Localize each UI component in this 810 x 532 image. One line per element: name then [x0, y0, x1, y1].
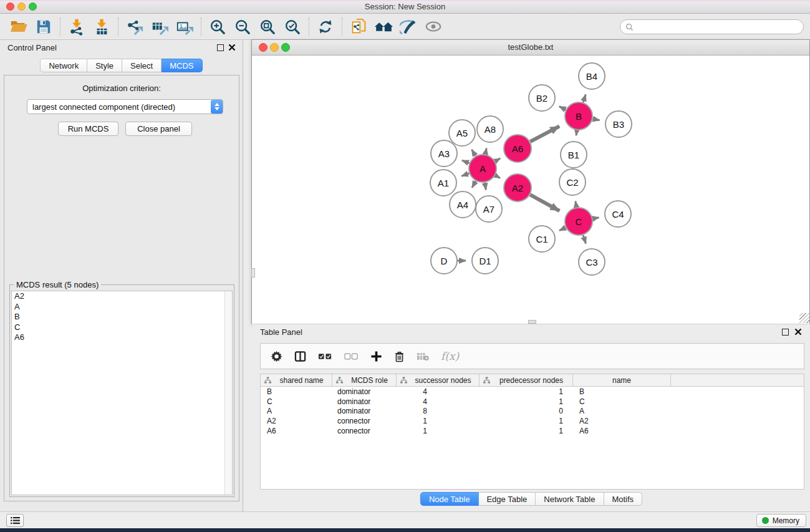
network-window-titlebar[interactable]: testGlobe.txt	[252, 40, 809, 56]
table-cell[interactable]: C	[573, 397, 671, 406]
export-image-button[interactable]	[172, 16, 197, 38]
style-preview-button[interactable]	[396, 16, 421, 38]
graph-edge[interactable]	[530, 126, 559, 142]
graph-edge[interactable]	[559, 107, 566, 110]
graph-node-B3[interactable]: B3	[605, 110, 632, 138]
table-cell[interactable]: dominator	[332, 397, 397, 406]
scrollbar-track[interactable]	[224, 291, 232, 495]
table-cell[interactable]: connector	[332, 417, 397, 425]
delete-table-button[interactable]	[417, 352, 429, 361]
table-cell[interactable]: C	[261, 397, 332, 406]
graph-node-C1[interactable]: C1	[528, 225, 556, 253]
graph-node-B4[interactable]: B4	[578, 62, 605, 90]
mcds-result-item[interactable]: B	[12, 312, 224, 322]
mcds-result-item[interactable]: A2	[12, 291, 224, 302]
column-header-predecessor-nodes[interactable]: predecessor nodes	[480, 374, 573, 386]
import-network-button[interactable]	[64, 16, 89, 38]
table-cell[interactable]: 1	[480, 397, 573, 406]
save-session-button[interactable]	[31, 16, 56, 38]
table-cell[interactable]: B	[261, 387, 332, 396]
tab-edge-table[interactable]: Edge Table	[478, 492, 536, 506]
graph-node-A1[interactable]: A1	[430, 169, 457, 196]
graph-edge[interactable]	[559, 228, 566, 231]
table-cell[interactable]: 1	[480, 427, 573, 435]
graph-edge[interactable]	[593, 218, 599, 219]
table-row[interactable]: Cdominator41C	[261, 397, 804, 407]
table-cell[interactable]: A6	[573, 427, 671, 435]
task-history-button[interactable]	[6, 514, 24, 527]
export-network-button[interactable]	[122, 16, 147, 38]
mcds-result-item[interactable]: A	[12, 302, 224, 312]
select-all-columns-button[interactable]	[318, 352, 332, 360]
graph-edge[interactable]	[583, 235, 586, 244]
deselect-all-columns-button[interactable]	[344, 352, 359, 360]
column-header-MCDS-role[interactable]: MCDS role	[332, 374, 397, 386]
graph-edge[interactable]	[462, 160, 470, 163]
graph-edge[interactable]	[576, 130, 577, 136]
network-canvas[interactable]: B4B2BB3A5A8A6A3B1AA1C2A2A4A7C4CC1C3DD1	[252, 56, 809, 324]
tab-motifs[interactable]: Motifs	[604, 492, 642, 506]
table-row[interactable]: Adominator80A	[261, 407, 804, 417]
import-table-button[interactable]	[89, 16, 114, 38]
column-header-successor-nodes[interactable]: successor nodes	[397, 374, 480, 386]
graph-node-D[interactable]: D	[430, 247, 458, 274]
table-cell[interactable]: 0	[480, 407, 573, 415]
graph-edge[interactable]	[593, 119, 600, 120]
table-cell[interactable]: 8	[397, 407, 480, 415]
graph-node-C2[interactable]: C2	[559, 168, 586, 196]
graph-node-A[interactable]: A	[468, 154, 497, 183]
graph-node-A3[interactable]: A3	[430, 140, 458, 167]
close-panel-button[interactable]: Close panel	[125, 122, 192, 136]
open-session-button[interactable]	[6, 16, 31, 38]
optimization-criterion-select[interactable]: largest connected component (directed)	[27, 99, 223, 114]
graph-edge[interactable]	[576, 201, 577, 208]
delete-column-button[interactable]	[394, 351, 405, 362]
mcds-result-item[interactable]: C	[12, 322, 224, 333]
graph-node-B1[interactable]: B1	[560, 141, 587, 168]
home-view-button[interactable]	[371, 16, 396, 38]
table-cell[interactable]: 4	[397, 397, 480, 406]
graph-edge[interactable]	[472, 181, 476, 188]
graph-node-C3[interactable]: C3	[578, 248, 605, 276]
close-panel-icon[interactable]	[794, 328, 802, 336]
graph-node-A2[interactable]: A2	[503, 173, 532, 202]
graph-node-B[interactable]: B	[564, 102, 593, 130]
table-row[interactable]: A2connector11A2	[261, 416, 804, 426]
float-panel-icon[interactable]	[782, 329, 789, 336]
table-row[interactable]: Bdominator41B	[261, 387, 804, 397]
clone-network-button[interactable]	[346, 16, 371, 38]
graph-edge[interactable]	[583, 95, 586, 103]
tab-node-table[interactable]: Node Table	[420, 492, 479, 506]
run-mcds-button[interactable]: Run MCDS	[58, 122, 118, 136]
zoom-fit-button[interactable]	[255, 16, 280, 38]
graph-edge[interactable]	[495, 175, 500, 178]
table-cell[interactable]: connector	[332, 427, 397, 435]
table-cell[interactable]: dominator	[332, 407, 397, 415]
table-cell[interactable]: 1	[397, 427, 480, 435]
function-builder-button[interactable]: f(x)	[441, 350, 459, 362]
tab-network[interactable]: Network	[40, 59, 87, 72]
column-header-shared-name[interactable]: shared name	[261, 374, 332, 386]
export-table-button[interactable]	[147, 16, 172, 38]
mcds-result-item[interactable]: A6	[12, 332, 224, 343]
tab-network-table[interactable]: Network Table	[536, 492, 604, 506]
show-details-button[interactable]	[421, 16, 446, 38]
show-columns-button[interactable]	[294, 351, 306, 362]
table-cell[interactable]: A6	[261, 427, 332, 435]
search-input[interactable]	[637, 21, 803, 33]
table-cell[interactable]: dominator	[332, 387, 397, 396]
graph-node-A4[interactable]: A4	[449, 191, 476, 218]
tab-mcds[interactable]: MCDS	[162, 59, 202, 72]
tab-style[interactable]: Style	[87, 59, 122, 72]
create-column-button[interactable]	[370, 351, 382, 362]
table-cell[interactable]: 4	[397, 387, 480, 396]
graph-node-C[interactable]: C	[564, 207, 593, 236]
table-row[interactable]: A6connector11A6	[261, 426, 804, 436]
graph-node-C4[interactable]: C4	[604, 200, 632, 228]
table-cell[interactable]: B	[573, 387, 671, 396]
column-header-name[interactable]: name	[573, 374, 671, 386]
table-cell[interactable]: A2	[573, 417, 671, 425]
frame-resize-corner[interactable]	[799, 313, 809, 323]
graph-node-A8[interactable]: A8	[476, 115, 504, 143]
graph-edge[interactable]	[461, 173, 469, 177]
